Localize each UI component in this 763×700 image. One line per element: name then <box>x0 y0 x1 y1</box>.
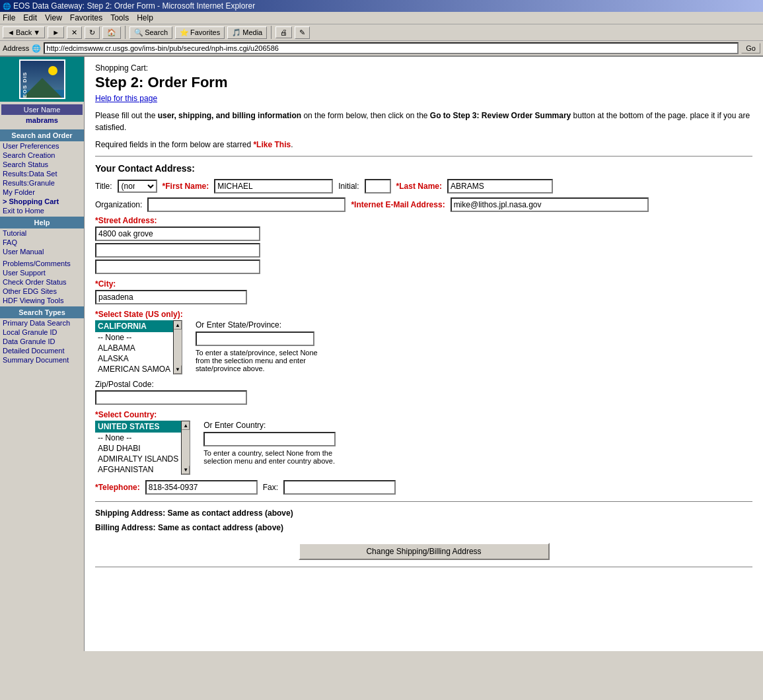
name-row: Title: (none) Dr. Mr. Mrs. Ms. Prof. *Fi… <box>95 179 752 193</box>
state-scroll-up[interactable]: ▲ <box>174 321 182 330</box>
menu-file[interactable]: File <box>3 13 15 22</box>
tel-input[interactable] <box>145 480 258 495</box>
country-scroll-track <box>182 430 190 466</box>
street-group: *Street Address: <box>95 216 752 274</box>
help-link[interactable]: Help for this page <box>95 94 157 103</box>
sidebar-item-user-preferences[interactable]: User Preferences <box>0 141 84 151</box>
divider-bottom <box>95 567 752 567</box>
org-email-row: Organization: *Internet E-Mail Address: <box>95 197 752 212</box>
country-listbox-container: UNITED STATES -- None -- ABU DHABI ADMIR… <box>95 421 190 475</box>
last-name-input[interactable] <box>447 179 553 193</box>
search-toolbar-button[interactable]: 🔍 Search <box>129 26 172 39</box>
city-input[interactable] <box>95 290 247 304</box>
state-option-alaska[interactable]: ALASKA <box>95 353 173 364</box>
email-input[interactable] <box>451 197 649 212</box>
refresh-button[interactable]: ↻ <box>85 26 100 39</box>
media-toolbar-button[interactable]: 🎵 Media <box>227 26 267 39</box>
state-province-col: Or Enter State/Province: To enter a stat… <box>196 320 328 372</box>
street-input-1[interactable] <box>95 227 260 241</box>
sidebar-item-faq[interactable]: FAQ <box>0 238 84 247</box>
state-scrollbar[interactable]: ▲ ▼ <box>173 320 182 374</box>
state-selected-item[interactable]: CALIFORNIA <box>95 320 173 332</box>
state-province-input[interactable] <box>196 332 314 346</box>
intro-paragraph: Please fill out the user, shipping, and … <box>95 110 752 133</box>
country-scrollbar[interactable]: ▲ ▼ <box>181 421 190 475</box>
back-button[interactable]: ◄ Back ▼ <box>3 26 45 38</box>
menu-tools[interactable]: Tools <box>110 13 129 22</box>
sidebar-item-hdf-viewing-tools[interactable]: HDF Viewing Tools <box>0 296 84 305</box>
print-button[interactable]: 🖨 <box>275 26 292 38</box>
zip-group: Zip/Postal Code: <box>95 380 752 405</box>
country-listbox-inner: UNITED STATES -- None -- ABU DHABI ADMIR… <box>95 421 181 475</box>
country-note: To enter a country, select None from the… <box>203 449 336 465</box>
sidebar-item-primary-data-search[interactable]: Primary Data Search <box>0 318 84 328</box>
home-button[interactable]: 🏠 <box>102 26 121 39</box>
sidebar-item-tutorial[interactable]: Tutorial <box>0 228 84 238</box>
sidebar-item-results-data-set[interactable]: Results:Data Set <box>0 169 84 178</box>
country-selected-item[interactable]: UNITED STATES <box>95 421 181 433</box>
street-input-2[interactable] <box>95 243 260 258</box>
sidebar-item-search-creation[interactable]: Search Creation <box>0 151 84 160</box>
menu-favorites[interactable]: Favorites <box>70 13 102 22</box>
sidebar-item-search-status[interactable]: Search Status <box>0 160 84 169</box>
favorites-toolbar-button[interactable]: ⭐ Favorites <box>175 26 225 39</box>
org-input[interactable] <box>147 197 345 212</box>
state-listbox-inner: CALIFORNIA -- None -- ALABAMA ALASKA AME… <box>95 320 173 374</box>
or-enter-country-label: Or Enter Country: <box>203 421 336 430</box>
title-bar: 🌐 EOS Data Gateway: Step 2: Order Form -… <box>0 0 763 12</box>
country-group: *Select Country: UNITED STATES -- None -… <box>95 410 752 475</box>
country-option-none[interactable]: -- None -- <box>95 433 181 443</box>
state-option-none[interactable]: -- None -- <box>95 332 173 343</box>
fax-input[interactable] <box>283 480 396 495</box>
country-option-afghanistan[interactable]: AFGHANISTAN <box>95 464 181 475</box>
menu-help[interactable]: Help <box>137 13 153 22</box>
edit-button[interactable]: ✎ <box>295 26 310 39</box>
sidebar-item-user-manual[interactable]: User Manual <box>0 247 84 256</box>
menu-view[interactable]: View <box>45 13 62 22</box>
sidebar-item-other-edg-sites[interactable]: Other EDG Sites <box>0 287 84 296</box>
sidebar-item-summary-document[interactable]: Summary Document <box>0 355 84 365</box>
eosdis-logo: EOS DIS <box>19 59 65 99</box>
search-types-header: Search Types <box>0 306 84 318</box>
zip-input[interactable] <box>95 390 247 405</box>
initial-input[interactable] <box>365 179 391 193</box>
sidebar-item-user-support[interactable]: User Support <box>0 268 84 277</box>
initial-label: Initial: <box>338 182 359 191</box>
stop-button[interactable]: ✕ <box>67 26 82 39</box>
help-header: Help <box>0 217 84 228</box>
street-input-3[interactable] <box>95 260 260 274</box>
state-scroll-down[interactable]: ▼ <box>174 365 182 374</box>
sidebar-item-problems-comments[interactable]: Problems/Comments <box>0 259 84 268</box>
country-option-admiralty-islands[interactable]: ADMIRALTY ISLANDS <box>95 454 181 464</box>
country-input[interactable] <box>203 432 336 446</box>
country-option-abu-dhabi[interactable]: ABU DHABI <box>95 443 181 454</box>
sidebar-item-results-granule[interactable]: Results:Granule <box>0 178 84 188</box>
sidebar: EOS DIS User Name mabrams Search and Ord… <box>0 57 85 651</box>
state-group: *Select State (US only): CALIFORNIA -- N… <box>95 310 752 374</box>
window-icon: 🌐 <box>3 3 11 10</box>
state-listbox-container: CALIFORNIA -- None -- ALABAMA ALASKA AME… <box>95 320 182 374</box>
country-scroll-down[interactable]: ▼ <box>182 466 190 474</box>
country-scroll-up[interactable]: ▲ <box>182 421 190 430</box>
address-go-button[interactable]: Go <box>741 43 760 53</box>
sidebar-item-local-granule-id[interactable]: Local Granule ID <box>0 328 84 337</box>
title-select[interactable]: (none) Dr. Mr. Mrs. Ms. Prof. <box>118 180 157 193</box>
address-input[interactable] <box>44 42 739 54</box>
sidebar-item-my-folder[interactable]: My Folder <box>0 188 84 197</box>
sidebar-item-exit-to-home[interactable]: Exit to Home <box>0 206 84 215</box>
sidebar-item-shopping-cart[interactable]: Shopping Cart <box>0 197 84 206</box>
state-option-alabama[interactable]: ALABAMA <box>95 343 173 353</box>
forward-button[interactable]: ► <box>48 26 64 38</box>
sidebar-item-check-order-status[interactable]: Check Order Status <box>0 277 84 287</box>
billing-note: Billing Address: Same as contact address… <box>95 523 752 532</box>
menu-edit[interactable]: Edit <box>23 13 37 22</box>
state-option-american-samoa[interactable]: AMERICAN SAMOA <box>95 364 173 374</box>
address-icon: 🌐 <box>32 44 41 53</box>
country-label: *Select Country: <box>95 410 157 419</box>
first-name-input[interactable] <box>214 179 333 193</box>
sidebar-item-detailed-document[interactable]: Detailed Document <box>0 346 84 355</box>
search-order-section: Search and Order User Preferences Search… <box>0 129 84 215</box>
country-items: -- None -- ABU DHABI ADMIRALTY ISLANDS A… <box>95 433 181 475</box>
change-shipping-billing-button[interactable]: Change Shipping/Billing Address <box>299 543 550 560</box>
sidebar-item-data-granule-id[interactable]: Data Granule ID <box>0 337 84 346</box>
